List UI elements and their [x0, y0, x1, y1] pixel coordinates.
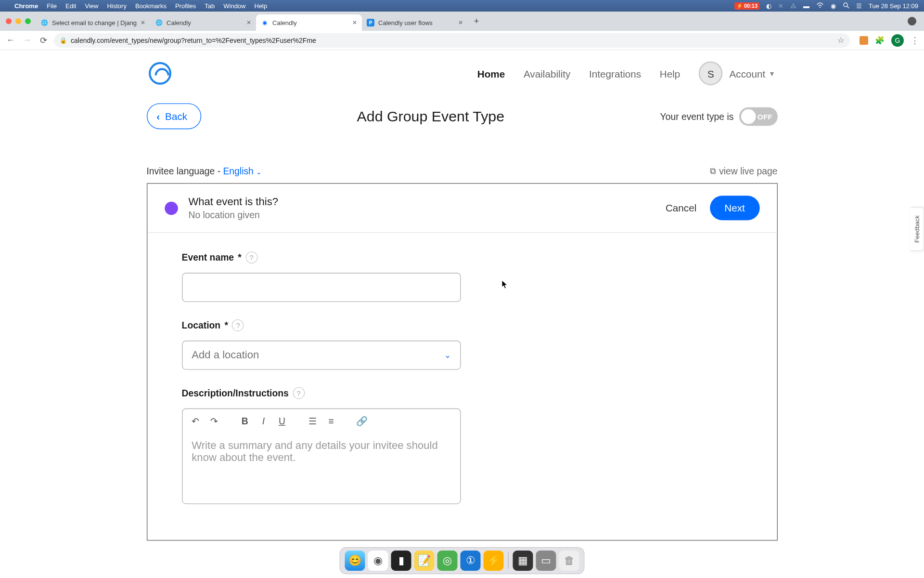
browser-tab[interactable]: P Calendly user flows ✕	[362, 14, 468, 31]
status-icon-1[interactable]: ◐	[766, 2, 771, 10]
p-icon: P	[367, 19, 374, 26]
dock-notes[interactable]: 📝	[414, 551, 435, 571]
menu-bookmarks[interactable]: Bookmarks	[135, 2, 167, 10]
battery-icon[interactable]: ▬	[803, 2, 809, 10]
battery-indicator[interactable]: ⚡00:13	[734, 2, 759, 10]
browser-tab[interactable]: 🌐 Calendly ✕	[150, 14, 256, 31]
dock-app-1[interactable]: ◎	[437, 551, 458, 571]
account-menu[interactable]: S Account ▼	[699, 61, 775, 85]
event-status-toggle[interactable]: OFF	[739, 107, 777, 126]
tab-title: Calendly user flows	[378, 19, 454, 26]
bullet-list-icon[interactable]: ☰	[305, 413, 321, 429]
link-icon[interactable]: 🔗	[354, 413, 370, 429]
menu-window[interactable]: Window	[223, 2, 245, 10]
close-icon[interactable]: ✕	[352, 19, 357, 26]
browser-tab[interactable]: 🌐 Select email to change | Djang ✕	[36, 14, 150, 31]
underline-icon[interactable]: U	[274, 413, 290, 429]
dock-app-4[interactable]: ▦	[513, 551, 533, 571]
browser-tab-active[interactable]: ◉ Calendly ✕	[256, 14, 362, 31]
help-icon[interactable]: ?	[293, 387, 305, 399]
page-title: Add Group Event Type	[201, 107, 660, 125]
calendly-logo[interactable]	[149, 62, 171, 85]
sub-row: Invitee language - English ⌄ ⧉ view live…	[146, 166, 777, 176]
calendly-icon: ◉	[261, 19, 269, 26]
dock-finder[interactable]: 😊	[345, 551, 365, 571]
chevron-down-icon: ▼	[769, 70, 775, 77]
menu-edit[interactable]: Edit	[65, 2, 76, 10]
dock-trash[interactable]: 🗑	[559, 551, 579, 571]
dock-terminal[interactable]: ▮	[391, 551, 411, 571]
dock-app-5[interactable]: ▭	[536, 551, 556, 571]
menu-tab[interactable]: Tab	[205, 2, 215, 10]
language-selector[interactable]: English ⌄	[223, 166, 261, 176]
redo-icon[interactable]: ↷	[206, 413, 222, 429]
dock-chrome[interactable]: ◉	[368, 551, 388, 571]
chevron-down-icon: ⌄	[444, 351, 451, 360]
tab-title: Calendly	[272, 19, 348, 26]
view-live-page-link[interactable]: ⧉ view live page	[710, 166, 778, 176]
dock-app-2[interactable]: ①	[461, 551, 481, 571]
nav-help[interactable]: Help	[660, 68, 680, 79]
new-tab-button[interactable]: +	[470, 14, 483, 28]
extension-icon[interactable]	[860, 36, 868, 45]
chrome-tabstrip: 🌐 Select email to change | Djang ✕ 🌐 Cal…	[0, 12, 924, 31]
svg-line-2	[847, 6, 849, 8]
wifi-icon[interactable]	[816, 2, 824, 10]
bold-icon[interactable]: B	[237, 413, 253, 429]
back-button[interactable]: ‹ Back	[146, 103, 201, 129]
next-button[interactable]: Next	[710, 196, 759, 220]
tab-title: Calendly	[167, 19, 243, 26]
status-icon-3[interactable]: ⁂	[790, 2, 796, 10]
close-icon[interactable]: ✕	[141, 19, 145, 26]
nav-availability[interactable]: Availability	[524, 68, 570, 79]
nav-integrations[interactable]: Integrations	[589, 68, 641, 79]
help-icon[interactable]: ?	[245, 251, 257, 263]
url-text: calendly.com/event_types/new/group?retur…	[71, 37, 834, 44]
location-select[interactable]: Add a location ⌄	[182, 341, 461, 370]
back-button[interactable]: ←	[5, 35, 16, 45]
dock-app-3[interactable]: ⚡	[484, 551, 504, 571]
nav-home[interactable]: Home	[477, 68, 505, 79]
menu-history[interactable]: History	[107, 2, 126, 10]
notification-center-icon[interactable]: ☰	[856, 2, 862, 10]
numbered-list-icon[interactable]: ≡	[323, 413, 339, 429]
window-close-button[interactable]	[6, 18, 12, 24]
chevron-down-icon: ⌄	[256, 169, 261, 176]
chrome-menu-icon[interactable]: ⋮	[911, 35, 919, 46]
lock-icon[interactable]: 🔒	[60, 37, 67, 44]
location-field: Location * ? Add a location ⌄	[182, 319, 743, 370]
editor-textarea[interactable]: Write a summary and any details your inv…	[182, 433, 460, 503]
chrome-toolbar: ← → ⟳ 🔒 calendly.com/event_types/new/gro…	[0, 31, 924, 50]
toggle-label: Your event type is	[660, 111, 734, 121]
address-bar[interactable]: 🔒 calendly.com/event_types/new/group?ret…	[54, 33, 850, 48]
window-zoom-button[interactable]	[25, 18, 31, 24]
help-icon[interactable]: ?	[232, 319, 244, 331]
undo-icon[interactable]: ↶	[188, 413, 204, 429]
menu-help[interactable]: Help	[255, 2, 268, 10]
status-icon-2[interactable]: ✕	[778, 2, 783, 10]
app-header: Home Availability Integrations Help S Ac…	[0, 50, 924, 97]
menubar-clock[interactable]: Tue 28 Sep 12:09	[869, 2, 918, 10]
spotlight-icon[interactable]	[843, 2, 849, 10]
italic-icon[interactable]: I	[256, 413, 271, 429]
menubar-app-name[interactable]: Chrome	[14, 2, 38, 10]
event-name-input[interactable]	[182, 273, 461, 302]
tab-overflow-icon[interactable]	[908, 17, 916, 26]
menu-view[interactable]: View	[85, 2, 98, 10]
feedback-tab[interactable]: Feedback	[911, 207, 924, 251]
view-live-label: view live page	[719, 166, 777, 176]
menu-file[interactable]: File	[47, 2, 57, 10]
cancel-button[interactable]: Cancel	[666, 202, 696, 213]
card-header: What event is this? No location given Ca…	[147, 184, 777, 233]
reload-button[interactable]: ⟳	[38, 35, 49, 46]
menu-profiles[interactable]: Profiles	[175, 2, 196, 10]
profile-avatar[interactable]: G	[891, 34, 904, 47]
close-icon[interactable]: ✕	[458, 19, 463, 26]
close-icon[interactable]: ✕	[246, 19, 251, 26]
control-center-icon[interactable]: ◉	[831, 2, 836, 10]
bookmark-star-icon[interactable]: ☆	[837, 36, 844, 45]
window-minimize-button[interactable]	[15, 18, 21, 24]
description-field: Description/Instructions ? ↶ ↷ B I U ☰ ≡	[182, 387, 743, 504]
chevron-left-icon: ‹	[156, 111, 160, 122]
extensions-puzzle-icon[interactable]: 🧩	[875, 36, 885, 45]
